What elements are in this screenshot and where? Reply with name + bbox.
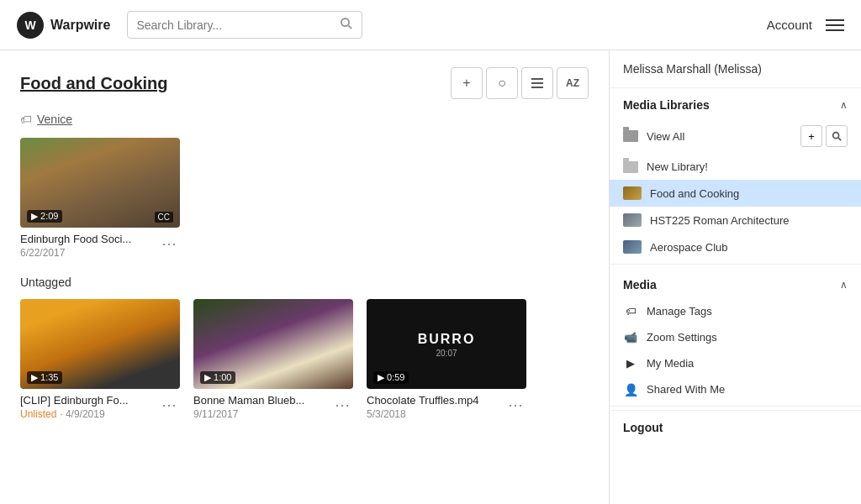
video-meta: [CLIP] Edinburgh Fo... Unlisted · 4/9/20… (20, 394, 158, 420)
sidebar-item-shared-with-me[interactable]: 👤 Shared With Me (610, 376, 861, 402)
sidebar-item-hst225[interactable]: HST225 Roman Architecture (610, 207, 861, 234)
add-library-button[interactable]: + (800, 125, 822, 147)
header: W Warpwire Account (0, 0, 861, 50)
add-button[interactable]: + (451, 67, 483, 99)
tag-venice-link[interactable]: Venice (37, 113, 72, 126)
sidebar-item-food-and-cooking[interactable]: Food and Cooking (610, 180, 861, 207)
sidebar-media-libraries-header: Media Libraries ∧ (610, 88, 861, 118)
video-card: ▶ 1:35 [CLIP] Edinburgh Fo... Unlisted ·… (20, 299, 180, 420)
sidebar-item-manage-tags[interactable]: 🏷 Manage Tags (610, 298, 861, 324)
video-info: [CLIP] Edinburgh Fo... Unlisted · 4/9/20… (20, 394, 180, 420)
sidebar-divider (610, 264, 861, 265)
account-link[interactable]: Account (767, 18, 812, 32)
chevron-up-icon: ∧ (840, 99, 848, 111)
video-more-button[interactable]: ⋯ (331, 394, 353, 416)
library-thumbnail-food (623, 186, 642, 200)
video-title: Bonne Maman Blueb... (193, 394, 331, 407)
sidebar-item-view-all[interactable]: View All + (610, 118, 861, 154)
svg-rect-4 (531, 87, 543, 88)
circle-button[interactable]: ○ (486, 67, 518, 99)
video-duration: ▶ 2:09 (27, 210, 62, 223)
manage-tags-label: Manage Tags (647, 305, 712, 318)
video-date: 5/3/2018 (367, 408, 504, 420)
zoom-settings-label: Zoom Settings (647, 331, 717, 344)
svg-rect-3 (531, 82, 543, 84)
logo-icon: W (17, 12, 44, 39)
svg-line-6 (838, 138, 841, 140)
svg-line-1 (349, 26, 352, 29)
video-duration: ▶ 0:59 (373, 371, 409, 384)
sidebar: Melissa Marshall (Melissa) Media Librari… (609, 50, 861, 504)
toolbar: + ○ AZ (451, 67, 589, 99)
play-icon: ▶ (626, 357, 635, 370)
search-icon (340, 17, 353, 33)
tag-icon: 🏷 (20, 113, 32, 126)
video-info: Chocolate Truffles.mp4 5/3/2018 ⋯ (367, 394, 526, 420)
main-content: Food and Cooking + ○ AZ 🏷 Venice ▶ 2:0 (0, 50, 609, 504)
sidebar-user: Melissa Marshall (Melissa) (610, 50, 861, 88)
video-card: ▶ 1:00 Bonne Maman Blueb... 9/11/2017 ⋯ (193, 299, 353, 420)
untagged-label: Untagged (20, 276, 589, 289)
video-title: [CLIP] Edinburgh Fo... (20, 394, 158, 407)
tag-icon: 🏷 (626, 305, 637, 318)
video-meta: Chocolate Truffles.mp4 5/3/2018 (367, 394, 504, 420)
search-library-button[interactable] (826, 125, 848, 147)
video-status: Unlisted · 4/9/2019 (20, 407, 158, 420)
folder-icon (623, 130, 638, 142)
video-info: Edinburgh Food Soci... 6/22/2017 ⋯ (20, 233, 180, 259)
video-date: 9/11/2017 (193, 408, 331, 420)
sidebar-media-header: Media ∧ (610, 268, 861, 298)
logo-area: W Warpwire (17, 12, 110, 39)
sidebar-item-aerospace[interactable]: Aerospace Club (610, 234, 861, 260)
untagged-video-row: ▶ 1:35 [CLIP] Edinburgh Fo... Unlisted ·… (20, 299, 589, 420)
shared-with-me-label: Shared With Me (647, 383, 725, 396)
tag-row: 🏷 Venice (20, 113, 589, 126)
search-bar[interactable] (127, 11, 362, 39)
video-meta: Bonne Maman Blueb... 9/11/2017 (193, 394, 331, 420)
library-name-food: Food and Cooking (650, 187, 739, 200)
video-card: BURRO 20:07 ▶ 0:59 Chocolate Truffles.mp… (367, 299, 526, 420)
my-media-label: My Media (647, 357, 694, 370)
camera-icon: 📹 (624, 331, 637, 344)
sidebar-item-logout[interactable]: Logout (610, 410, 861, 444)
cc-badge: CC (155, 212, 173, 223)
library-name-roman: HST225 Roman Architecture (650, 214, 789, 227)
new-library-label: New Library! (647, 160, 708, 173)
sort-az-button[interactable]: AZ (557, 67, 589, 99)
library-thumbnail-roman (623, 213, 642, 227)
library-name-aero: Aerospace Club (650, 241, 728, 254)
sidebar-item-my-media[interactable]: ▶ My Media (610, 350, 861, 376)
page-header: Food and Cooking + ○ AZ (20, 67, 589, 99)
layout: Food and Cooking + ○ AZ 🏷 Venice ▶ 2:0 (0, 50, 861, 504)
chevron-up-icon-media: ∧ (840, 279, 848, 291)
video-card: ▶ 2:09 CC Edinburgh Food Soci... 6/22/20… (20, 138, 180, 259)
hamburger-menu-icon[interactable] (826, 19, 844, 31)
video-title: Edinburgh Food Soci... (20, 233, 158, 245)
tagged-video-section: ▶ 2:09 CC Edinburgh Food Soci... 6/22/20… (20, 138, 589, 259)
media-title: Media (623, 278, 657, 291)
video-more-button[interactable]: ⋯ (504, 394, 526, 416)
sidebar-item-new-library[interactable]: New Library! (610, 154, 861, 180)
video-meta: Edinburgh Food Soci... 6/22/2017 (20, 233, 158, 259)
library-thumbnail-aero (623, 240, 642, 254)
video-more-button[interactable]: ⋯ (158, 233, 180, 255)
video-duration: ▶ 1:35 (27, 371, 62, 384)
video-thumbnail[interactable]: ▶ 1:35 (20, 299, 180, 389)
sidebar-item-zoom-settings[interactable]: 📹 Zoom Settings (610, 324, 861, 350)
video-thumbnail[interactable]: ▶ 2:09 CC (20, 138, 180, 228)
page-title: Food and Cooking (20, 74, 168, 93)
person-icon: 👤 (624, 383, 638, 396)
video-date: 6/22/2017 (20, 247, 158, 259)
svg-point-5 (833, 133, 839, 139)
video-title: Chocolate Truffles.mp4 (367, 394, 504, 407)
folder-light-icon (623, 161, 638, 173)
video-thumbnail[interactable]: BURRO 20:07 ▶ 0:59 (367, 299, 526, 389)
list-button[interactable] (521, 67, 553, 99)
header-right: Account (767, 18, 844, 32)
svg-point-0 (341, 18, 349, 26)
video-thumbnail[interactable]: ▶ 1:00 (193, 299, 353, 389)
video-more-button[interactable]: ⋯ (158, 394, 180, 416)
video-duration: ▶ 1:00 (200, 371, 235, 384)
search-input[interactable] (136, 18, 333, 32)
logo-text: Warpwire (50, 18, 110, 33)
